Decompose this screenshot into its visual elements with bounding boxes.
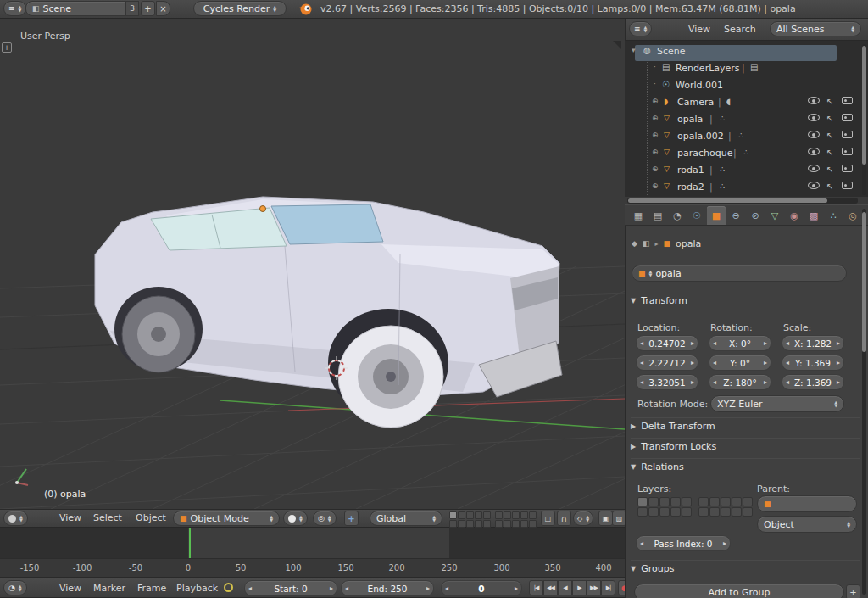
- properties-vscrollbar[interactable]: [862, 209, 866, 595]
- menu-view[interactable]: View: [53, 583, 88, 594]
- outliner-editor-type-button[interactable]: ≡ ▲▼: [629, 21, 652, 36]
- location-y-field[interactable]: ◂2.22712▸: [636, 355, 698, 371]
- jump-end-button[interactable]: ▶|: [601, 580, 615, 595]
- location-x-field[interactable]: ◂0.24702▸: [636, 335, 698, 351]
- menu-marker[interactable]: Marker: [86, 583, 132, 594]
- outliner-vscrollbar[interactable]: [862, 44, 866, 195]
- menu-view[interactable]: View: [682, 24, 717, 35]
- delete-scene-button[interactable]: ×: [156, 1, 170, 16]
- selectable-cursor-icon[interactable]: ↖: [826, 148, 833, 157]
- tab-render-layers[interactable]: ▤: [648, 206, 667, 225]
- outliner-row-roda2[interactable]: ⊕ ▽ roda2 | ∴ ↖: [625, 180, 868, 197]
- tab-object-data[interactable]: ▽: [765, 206, 784, 225]
- selectable-cursor-icon[interactable]: ↖: [826, 182, 833, 191]
- menu-view[interactable]: View: [53, 512, 88, 523]
- region-expand-handle[interactable]: +: [2, 42, 12, 53]
- outliner-row-renderlayers[interactable]: · ▤ RenderLayers | ▤: [625, 61, 868, 78]
- timeline-editor-type-button[interactable]: ◔ ▲▼: [3, 580, 27, 595]
- add-to-group-button[interactable]: Add to Group: [634, 584, 844, 598]
- snap-element-dropdown[interactable]: ◇▲▼: [573, 511, 593, 526]
- selectable-cursor-icon[interactable]: ↖: [826, 131, 833, 140]
- disclosure-icon[interactable]: ▾: [632, 46, 636, 54]
- disclosure-icon[interactable]: ⊕: [652, 97, 659, 105]
- viewport-canvas[interactable]: [0, 19, 625, 509]
- panel-header-delta-transform[interactable]: ▶ Delta Transform: [631, 417, 860, 434]
- add-group-plus-button[interactable]: +: [846, 584, 860, 598]
- tab-object[interactable]: ■: [707, 206, 726, 225]
- car-model[interactable]: [95, 197, 562, 428]
- scale-z-field[interactable]: ◂Z: 1.369▸: [782, 374, 844, 390]
- tab-material[interactable]: ◉: [785, 206, 804, 225]
- panel-header-relations[interactable]: ▼ Relations: [631, 458, 860, 475]
- outliner-hscrollbar[interactable]: [627, 198, 858, 204]
- layers-grid-2[interactable]: [495, 511, 544, 528]
- parent-type-dropdown[interactable]: Object ▲▼: [757, 516, 857, 533]
- tab-scene[interactable]: ◔: [668, 206, 687, 225]
- pin-icon[interactable]: ◆: [632, 239, 637, 248]
- renderable-camera-icon[interactable]: [842, 114, 853, 121]
- renderable-camera-icon[interactable]: [842, 131, 853, 138]
- renderable-camera-icon[interactable]: [842, 148, 853, 155]
- tab-constraints[interactable]: ⊖: [726, 206, 745, 225]
- rotation-z-field[interactable]: ◂Z: 180°▸: [709, 374, 771, 390]
- 3d-viewport[interactable]: User Persp (0) opala +: [0, 19, 625, 509]
- start-frame-field[interactable]: ◂Start: 0▸: [244, 580, 337, 596]
- scale-y-field[interactable]: ◂Y: 1.369▸: [782, 355, 844, 371]
- outliner-row-camera[interactable]: ⊕ ◗ Camera | ◖ ↖: [625, 95, 868, 112]
- disclosure-icon[interactable]: ⊕: [652, 165, 659, 173]
- lock-icon[interactable]: □: [541, 511, 555, 526]
- tab-particles[interactable]: ∴: [824, 206, 843, 225]
- menu-playback[interactable]: Playback: [170, 583, 225, 594]
- disclosure-icon[interactable]: ⊕: [652, 114, 659, 122]
- layers-grid-1[interactable]: [449, 511, 498, 528]
- mode-dropdown[interactable]: ■ Object Mode ▲▼: [173, 511, 280, 526]
- visibility-eye-icon[interactable]: [808, 165, 820, 172]
- selectable-cursor-icon[interactable]: ↖: [826, 114, 833, 123]
- tab-render[interactable]: ▦: [629, 206, 648, 225]
- manipulator-toggle-button[interactable]: +: [344, 511, 359, 526]
- jump-start-button[interactable]: |◀: [529, 580, 543, 595]
- relations-layers-grid-2[interactable]: [698, 497, 758, 517]
- tab-texture[interactable]: ▩: [804, 206, 823, 225]
- scene-users-badge[interactable]: 3: [125, 1, 139, 16]
- viewport-editor-type-button[interactable]: ▲▼: [3, 511, 28, 526]
- visibility-eye-icon[interactable]: [808, 114, 820, 121]
- transform-orientation-dropdown[interactable]: Global ▲▼: [370, 511, 442, 526]
- pivot-point-dropdown[interactable]: ◎ ▲▼: [313, 511, 337, 526]
- disclosure-icon[interactable]: ⊕: [652, 131, 659, 139]
- location-z-field[interactable]: ◂3.32051▸: [636, 374, 698, 390]
- timeline-track-area[interactable]: [0, 528, 625, 558]
- parent-object-field[interactable]: ■: [757, 495, 857, 512]
- menu-frame[interactable]: Frame: [131, 583, 173, 594]
- outliner-row-opala[interactable]: ⊕ ▽ opala | ∴ ↖: [625, 112, 868, 129]
- rotation-y-field[interactable]: ◂Y: 0°▸: [709, 355, 771, 371]
- outliner-row-opala002[interactable]: ⊕ ▽ opala.002 | ∴ ↖: [625, 129, 868, 146]
- preview-range-clock-icon[interactable]: [224, 583, 233, 595]
- menu-search[interactable]: Search: [717, 24, 763, 35]
- current-frame-field[interactable]: ◂0▸: [441, 580, 522, 596]
- render-engine-dropdown[interactable]: Cycles Render ▲▼: [193, 1, 287, 16]
- outliner-row-scene[interactable]: ▾ ◍ Scene: [625, 44, 868, 61]
- disclosure-icon[interactable]: ⊕: [652, 148, 659, 156]
- scene-selector[interactable]: ◧ Scene: [25, 1, 125, 16]
- visibility-eye-icon[interactable]: [808, 131, 820, 138]
- tab-physics[interactable]: ◎: [843, 206, 862, 225]
- outliner-row-roda1[interactable]: ⊕ ▽ roda1 | ∴ ↖: [625, 163, 868, 180]
- tab-modifiers[interactable]: ⊘: [746, 206, 765, 225]
- menu-select[interactable]: Select: [86, 512, 129, 523]
- region-corner-handle[interactable]: [613, 41, 621, 49]
- tab-world[interactable]: ☉: [687, 206, 706, 225]
- menu-object[interactable]: Object: [129, 512, 173, 523]
- add-scene-button[interactable]: +: [141, 1, 155, 16]
- end-frame-field[interactable]: ◂End: 250▸: [341, 580, 434, 596]
- rotation-mode-dropdown[interactable]: XYZ Euler ▲▼: [710, 395, 844, 412]
- visibility-eye-icon[interactable]: [808, 97, 820, 104]
- disclosure-icon[interactable]: ⊕: [652, 182, 659, 190]
- outliner-display-dropdown[interactable]: All Scenes ▲▼: [770, 21, 861, 36]
- pass-index-field[interactable]: ◂Pass Index: 0▸: [636, 535, 731, 551]
- render-opengl-icon[interactable]: ▣: [598, 511, 613, 526]
- panel-header-groups[interactable]: ▼ Groups: [631, 560, 860, 577]
- selectable-cursor-icon[interactable]: ↖: [826, 165, 833, 174]
- panel-header-transform-locks[interactable]: ▶ Transform Locks: [631, 438, 860, 455]
- renderable-camera-icon[interactable]: [842, 182, 853, 189]
